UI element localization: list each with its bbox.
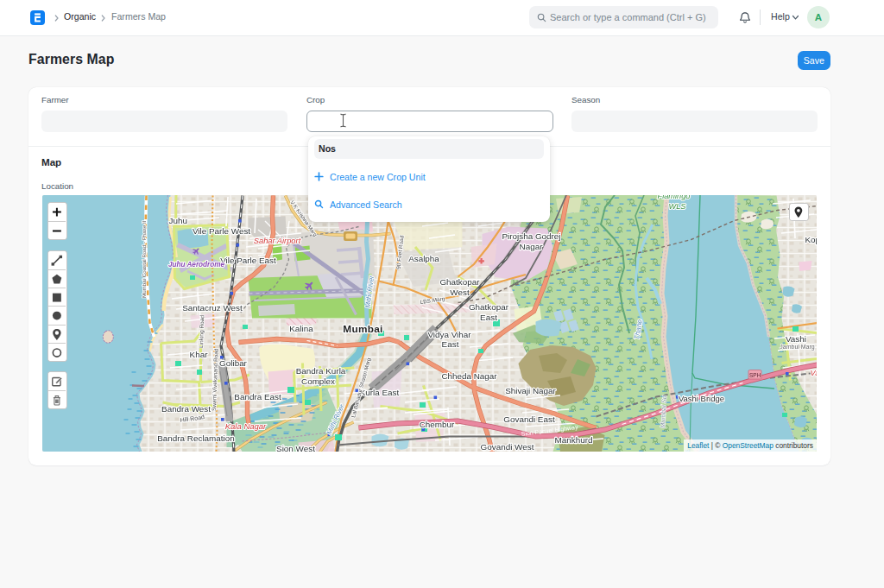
svg-text:East: East xyxy=(441,339,458,349)
svg-text:SPH: SPH xyxy=(748,371,761,377)
svg-text:Kalina: Kalina xyxy=(289,323,313,332)
svg-text:Vile Parle East: Vile Parle East xyxy=(220,256,276,265)
svg-text:East: East xyxy=(480,312,497,321)
svg-text:Govandi West: Govandi West xyxy=(480,441,534,451)
svg-text:Mumbai: Mumbai xyxy=(343,323,382,335)
svg-text:Govandi East: Govandi East xyxy=(503,414,555,423)
svg-text:Bandra East: Bandra East xyxy=(234,392,281,401)
svg-text:Vidya Vihar: Vidya Vihar xyxy=(427,330,471,339)
svg-text:Mumbai Coastal Road - Phase II: Mumbai Coastal Road - Phase II xyxy=(140,220,146,298)
svg-text:Vashi-W: Vashi-W xyxy=(810,368,817,376)
svg-text:Shivaji Nagar: Shivaji Nagar xyxy=(505,385,556,395)
svg-text:Juhu: Juhu xyxy=(168,216,186,225)
svg-text:Jambul Marg: Jambul Marg xyxy=(780,344,815,351)
svg-text:Khar: Khar xyxy=(189,349,208,358)
svg-text:Vashi: Vashi xyxy=(786,333,806,343)
svg-text:Pirojsha Godrej: Pirojsha Godrej xyxy=(502,231,560,241)
svg-text:Sahar Airport: Sahar Airport xyxy=(253,237,300,245)
svg-text:Flamingo: Flamingo xyxy=(657,195,690,200)
svg-text:Bandra Reclamation: Bandra Reclamation xyxy=(157,433,234,442)
svg-text:Chembur: Chembur xyxy=(419,419,454,428)
svg-text:WLS: WLS xyxy=(668,201,686,210)
svg-text:Ghatkopar: Ghatkopar xyxy=(439,276,480,286)
svg-text:Sion West: Sion West xyxy=(276,444,315,452)
svg-text:Kurla East: Kurla East xyxy=(359,387,399,396)
svg-text:Complex: Complex xyxy=(301,376,335,385)
svg-text:Bandra Kurla: Bandra Kurla xyxy=(295,365,345,375)
svg-text:Santacruz West: Santacruz West xyxy=(182,302,243,312)
svg-text:Vile Parle West: Vile Parle West xyxy=(192,226,249,236)
svg-text:Kala Nagar: Kala Nagar xyxy=(224,420,266,430)
svg-text:Mankhurd: Mankhurd xyxy=(554,434,592,444)
svg-text:Golibar: Golibar xyxy=(219,357,248,367)
svg-text:Kopri: Kopri xyxy=(805,234,817,243)
svg-text:Ghatkopar: Ghatkopar xyxy=(468,302,508,312)
svg-text:Asalpha: Asalpha xyxy=(408,253,439,262)
svg-text:Bandra West: Bandra West xyxy=(161,404,211,414)
svg-text:Juhu Aerodrome: Juhu Aerodrome xyxy=(167,261,224,269)
svg-text:West: West xyxy=(450,287,470,296)
svg-text:Chheda Nagar: Chheda Nagar xyxy=(441,370,497,380)
svg-text:Vashi Bridge: Vashi Bridge xyxy=(678,393,723,402)
svg-text:Nagar: Nagar xyxy=(519,242,543,251)
